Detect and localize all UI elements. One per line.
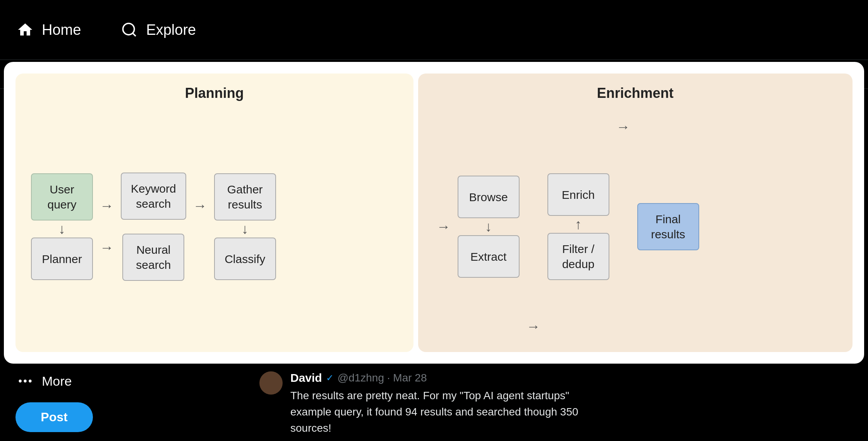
down-arrow-browse: ↓ <box>485 220 492 234</box>
planner-box: Planner <box>31 238 93 280</box>
browse-box: Browse <box>458 176 520 218</box>
top-nav: Home Explore <box>0 0 868 60</box>
planning-content: User query ↓ Planner → → <box>31 113 398 340</box>
bottom-bar: More Post David ✓ @d1zhng · Mar 28 The r… <box>0 364 868 441</box>
enrichment-content: → Browse ↓ Extract → <box>434 113 837 340</box>
explore-label: Explore <box>146 22 196 38</box>
tweet-avatar <box>259 371 283 395</box>
home-label: Home <box>42 22 81 38</box>
final-results-box: Final results <box>637 203 699 250</box>
svg-point-4 <box>29 379 31 382</box>
enrich-left-col: Browse ↓ Extract <box>458 176 520 278</box>
svg-point-3 <box>24 379 26 382</box>
home-nav-item[interactable]: Home <box>15 20 81 39</box>
extract-box: Extract <box>458 235 520 278</box>
more-nav-item[interactable]: More <box>15 371 93 391</box>
svg-point-2 <box>19 379 22 382</box>
more-icon <box>15 371 35 391</box>
middle-column: Keyword search Neural search <box>121 173 186 281</box>
svg-point-0 <box>123 24 134 35</box>
post-button[interactable]: Post <box>15 402 93 432</box>
keyword-search-box: Keyword search <box>121 173 186 220</box>
search-icon <box>120 20 139 39</box>
arrow-classify-to-browse: → <box>437 219 451 234</box>
verified-icon: ✓ <box>326 373 334 383</box>
enrichment-title: Enrichment <box>434 85 837 101</box>
classify-box: Classify <box>214 238 276 280</box>
diagram-wrapper: Planning User query ↓ Planner → <box>4 62 864 364</box>
user-query-box: User query <box>31 173 93 220</box>
planning-title: Planning <box>31 85 398 101</box>
arrow-ks-to-gr: → <box>193 199 207 213</box>
tweet-handle: @d1zhng · Mar 28 <box>338 372 427 384</box>
enrich-middle-col: Enrich ↑ Filter / dedup <box>547 173 609 280</box>
gather-results-box: Gather results <box>214 173 276 220</box>
enrich-right-col: Final results <box>637 203 699 250</box>
up-arrow-filter: ↑ <box>575 217 582 231</box>
filter-dedup-box: Filter / dedup <box>547 233 609 280</box>
enrichment-section: Enrichment → Browse ↓ Extract <box>418 74 853 352</box>
neural-search-box: Neural search <box>122 234 184 281</box>
arrow-pl-to-ns: → <box>100 241 114 255</box>
diagram-outer: Planning User query ↓ Planner → <box>15 74 853 352</box>
arrow-extract-to-filter: → <box>527 320 540 333</box>
planning-section: Planning User query ↓ Planner → <box>15 74 413 352</box>
explore-nav-item[interactable]: Explore <box>120 20 196 39</box>
arrow-enrich-to-final: → <box>616 120 630 134</box>
left-column: User query ↓ Planner <box>31 173 93 280</box>
right-column: Gather results ↓ Classify <box>214 173 276 280</box>
down-arrow-gr: ↓ <box>242 222 249 236</box>
home-icon <box>15 20 35 39</box>
svg-line-1 <box>133 33 136 36</box>
tweet-author: David <box>290 371 322 385</box>
more-label: More <box>42 374 72 389</box>
arrow-uq-to-ks: → <box>100 199 114 213</box>
enrich-box: Enrich <box>547 173 609 216</box>
down-arrow-1: ↓ <box>58 222 65 236</box>
tweet-text: The results are pretty neat. For my "Top… <box>290 388 600 436</box>
